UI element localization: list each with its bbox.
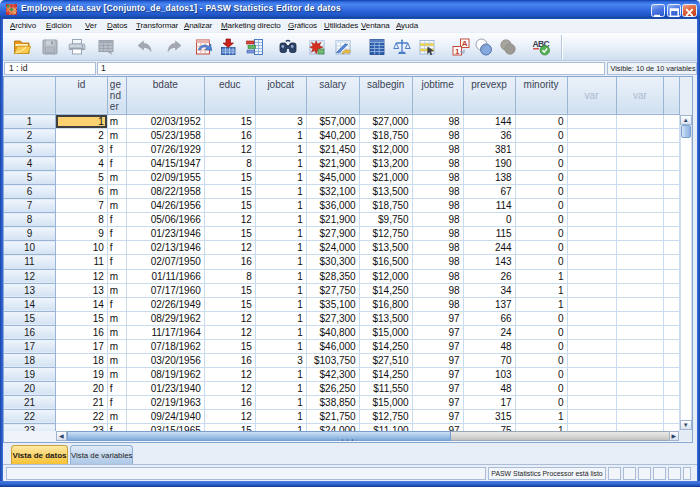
svg-text:A: A <box>462 39 468 48</box>
svg-text:1: 1 <box>455 47 460 56</box>
